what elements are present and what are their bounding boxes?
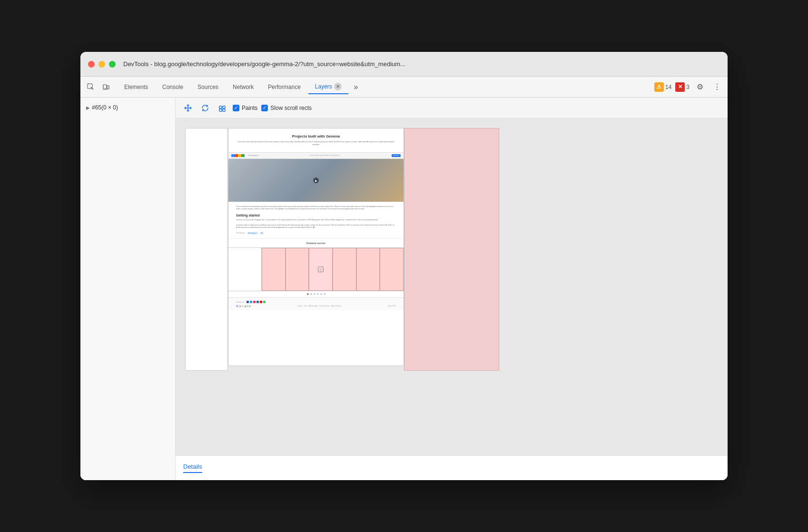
tabbar: Elements Console Sources Network Perform… [80, 77, 728, 98]
more-tabs-button[interactable]: » [349, 80, 363, 94]
svg-rect-2 [107, 86, 109, 89]
warning-icon: ⚠ [654, 82, 664, 92]
scroll-rect-2 [286, 248, 309, 291]
layers-content: ✓ Paints ✓ Slow scroll rects [176, 98, 728, 480]
paints-label: Paints [242, 105, 257, 111]
tab-console[interactable]: Console [156, 81, 190, 93]
scroll-rect-1 [262, 248, 286, 291]
page-body: From researchers and developers get thes… [228, 202, 404, 238]
error-icon: ✕ [675, 82, 685, 92]
sidebar-item-root[interactable]: ▶ #65(0 × 0) [80, 101, 175, 114]
body-text-3: Complete guide to deployment workflows a… [236, 224, 396, 229]
device-mode-icon[interactable] [99, 80, 113, 94]
subscribe-btn-mini: Subscribe [392, 154, 401, 157]
window-title: DevTools - blog.google/technology/develo… [123, 60, 720, 68]
error-number: 3 [686, 84, 690, 90]
body-text-1: From researchers and developers get thes… [236, 206, 396, 211]
tab-layers-close[interactable]: ✕ [334, 83, 342, 90]
minimize-button[interactable] [99, 61, 105, 68]
svg-rect-7 [223, 109, 225, 111]
arrow-icon: ▶ [86, 105, 90, 110]
mini-browser-bar: The Keyword DEVELOPERS | BUILD MORE TECH… [228, 152, 404, 159]
body-text-2: Gemma is a source with Hugging Face, doc… [236, 219, 396, 221]
page-intro-text: From the time they launched the Gemma fa… [236, 140, 396, 146]
details-label: Details [183, 463, 202, 473]
layers-viewport[interactable]: Projects built with Gemma From the time … [176, 118, 728, 455]
error-count[interactable]: ✕ 3 [675, 82, 690, 92]
slow-scroll-checkbox[interactable]: ✓ [261, 105, 268, 111]
reset-icon[interactable] [216, 101, 229, 115]
pan-icon[interactable] [181, 101, 195, 115]
slow-scroll-rects-row: □ [228, 247, 404, 291]
sidebar-root-label: #65(0 × 0) [92, 104, 118, 111]
related-stories-title: Related stories [228, 238, 404, 247]
scroll-rect-5 [356, 248, 380, 291]
tab-performance[interactable]: Performance [261, 81, 307, 93]
details-bar: Details [176, 455, 728, 480]
page-top-section: Projects built with Gemma From the time … [228, 128, 404, 152]
tab-sources[interactable]: Sources [191, 81, 225, 93]
scroll-rect-6 [380, 248, 404, 291]
page-section-title-1: Projects built with Gemma [236, 134, 396, 138]
page-footer: Follow us: [228, 297, 404, 310]
paints-checkbox[interactable]: ✓ [233, 105, 239, 111]
devtools-window: DevTools - blog.google/technology/develo… [80, 52, 728, 480]
tab-layers-label: Layers [315, 83, 332, 90]
scroll-rect-icon: □ [318, 266, 324, 272]
tab-tools [84, 80, 113, 94]
play-button-mini: ▶ [313, 177, 319, 183]
page-hero-image: ▶ [228, 159, 404, 202]
google-logo-mini [231, 154, 245, 157]
svg-rect-4 [219, 106, 222, 108]
more-menu-button[interactable]: ⋮ [710, 80, 724, 94]
main-content: ▶ #65(0 × 0) [80, 98, 728, 480]
layers-toolbar: ✓ Paints ✓ Slow scroll rects [176, 98, 728, 118]
tab-layers[interactable]: Layers ✕ [308, 80, 348, 94]
maximize-button[interactable] [109, 61, 116, 68]
close-button[interactable] [88, 61, 95, 68]
svg-rect-6 [219, 109, 222, 111]
warning-number: 14 [665, 84, 671, 90]
settings-button[interactable]: ⚙ [693, 80, 707, 94]
slow-scroll-label: Slow scroll rects [270, 105, 312, 111]
warning-count[interactable]: ⚠ 14 [654, 82, 671, 92]
paints-checkbox-label[interactable]: ✓ Paints [233, 105, 257, 111]
hero-person-image: ▶ [228, 159, 404, 202]
rotate-icon[interactable] [198, 101, 212, 115]
svg-rect-5 [223, 106, 225, 108]
getting-started-title: Getting started [236, 214, 396, 217]
titlebar: DevTools - blog.google/technology/develo… [80, 52, 728, 77]
tab-right-actions: ⚠ 14 ✕ 3 ⚙ ⋮ [654, 80, 724, 94]
inspect-element-icon[interactable] [84, 80, 98, 94]
scroll-rect-3: □ [309, 248, 333, 291]
traffic-lights [88, 61, 116, 68]
layers-sidebar: ▶ #65(0 × 0) [80, 98, 176, 480]
page-preview: Projects built with Gemma From the time … [228, 128, 404, 366]
scroll-rect-4 [333, 248, 356, 291]
tab-network[interactable]: Network [226, 81, 260, 93]
tab-elements[interactable]: Elements [118, 81, 155, 93]
slow-scroll-checkbox-label[interactable]: ✓ Slow scroll rects [261, 105, 312, 111]
